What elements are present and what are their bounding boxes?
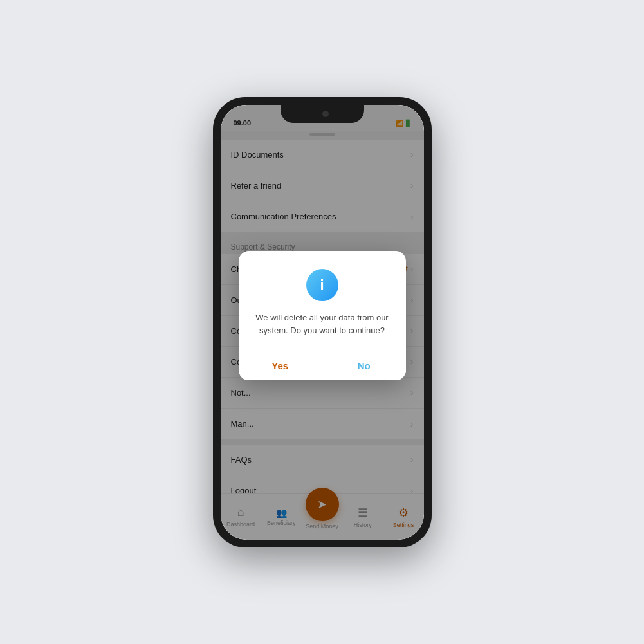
phone-frame: 09.00 📶 ▊ ID Documents › Refer a friend: [213, 97, 432, 547]
notch-camera: [322, 111, 329, 117]
dialog-message: We will delete all your data from our sy…: [254, 311, 391, 338]
dialog-actions: Yes No: [239, 351, 406, 380]
confirm-dialog: i We will delete all your data from our …: [239, 251, 406, 381]
dialog-info-icon: i: [306, 269, 338, 301]
phone-screen: 09.00 📶 ▊ ID Documents › Refer a friend: [221, 105, 424, 540]
dialog-body: i We will delete all your data from our …: [239, 251, 406, 351]
dialog-yes-button[interactable]: Yes: [239, 351, 322, 380]
info-letter: i: [320, 277, 324, 293]
notch: [281, 105, 364, 123]
dialog-no-button[interactable]: No: [322, 351, 406, 380]
